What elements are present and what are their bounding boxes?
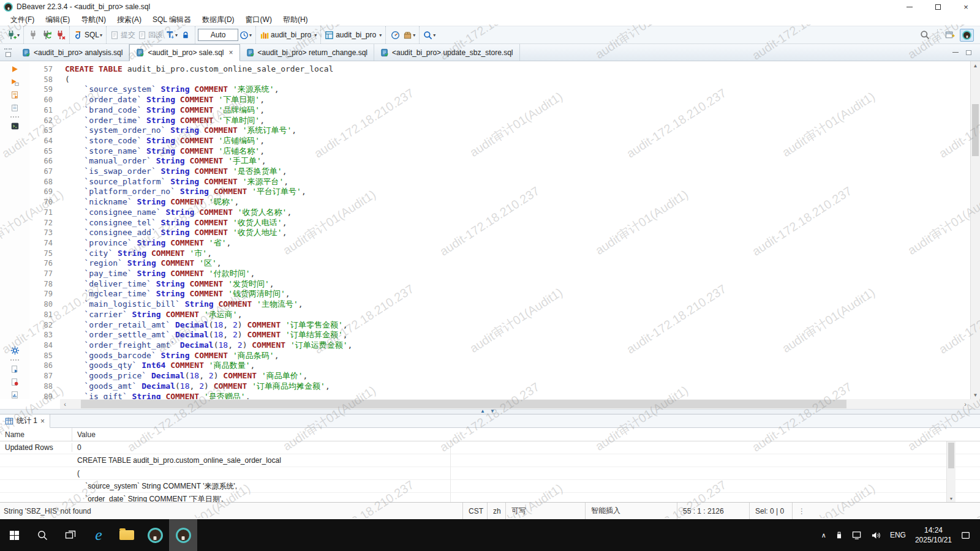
scroll-down-icon[interactable]: ▼ [971, 391, 980, 399]
editor-tab[interactable]: <audit_bi_pro> return_change.sql [240, 44, 374, 61]
menu-item[interactable]: 导航(N) [75, 15, 111, 25]
menu-item[interactable]: 编辑(E) [40, 15, 75, 25]
execute-script-icon[interactable] [10, 91, 19, 99]
lock-button[interactable] [179, 28, 192, 42]
transaction-log-button[interactable]: ▾ [238, 28, 253, 42]
editor-horizontal-scrollbar[interactable]: ‹ › [0, 399, 980, 409]
column-header-value[interactable]: Value [72, 428, 980, 441]
close-button[interactable]: × [952, 0, 980, 13]
start-button[interactable] [0, 519, 28, 551]
export-doc-icon[interactable] [10, 365, 19, 373]
menu-item[interactable]: SQL 编辑器 [147, 15, 197, 25]
explain-plan-icon[interactable] [10, 103, 19, 112]
internet-explorer-button[interactable]: e [85, 519, 113, 551]
tab-statistics[interactable]: 统计 1 × [0, 414, 50, 428]
commit-button[interactable]: 提交 [109, 28, 137, 42]
settings-gear-icon[interactable] [10, 346, 20, 355]
overflow-menu-icon[interactable]: ⋮ [792, 503, 807, 519]
new-connection-button[interactable]: ▾ [5, 28, 21, 42]
maximize-button[interactable] [924, 0, 952, 13]
line-number: 85 [29, 351, 60, 361]
editor-tab[interactable]: <audit_bi_pro> update_sbz_store.sql [374, 44, 519, 61]
table-row[interactable]: Updated Rows0 [0, 441, 980, 454]
sash-up-icon[interactable]: ▲ [480, 408, 485, 414]
sql-editor-button[interactable]: SQL ▾ [72, 28, 104, 42]
dbeaver-logo-icon [176, 528, 191, 543]
doc-record-icon[interactable] [10, 378, 19, 386]
menu-item[interactable]: 文件(F) [5, 15, 40, 25]
tab-close-icon[interactable]: × [229, 48, 233, 57]
hidden-icons-chevron[interactable]: ∧ [817, 519, 831, 551]
table-row[interactable]: `source_system` String COMMENT '来源系统', [0, 480, 980, 493]
close-connection-button[interactable] [53, 28, 67, 42]
scroll-up-icon[interactable]: ▲ [971, 61, 980, 70]
dbeaver-perspective-button[interactable] [960, 29, 974, 42]
cell-value: ( [72, 469, 980, 478]
execute-new-tab-icon[interactable] [10, 78, 19, 86]
panel-tab-close-icon[interactable]: × [40, 417, 45, 425]
code-line: `deliver_time` String COMMENT '发货时间', [65, 279, 970, 290]
scroll-left-icon[interactable]: ‹ [60, 399, 70, 409]
minimize-button[interactable] [895, 0, 924, 13]
data-search-button[interactable]: ▾ [422, 28, 437, 42]
volume-tray-icon[interactable] [867, 519, 886, 551]
action-center-icon[interactable] [957, 519, 975, 551]
insert-mode-indicator[interactable]: 智能插入 [585, 503, 677, 519]
drag-handle-icon [4, 48, 12, 50]
doc-chart-icon[interactable] [10, 391, 19, 399]
sql-editor: 5758596061626364656667686970717273747576… [0, 61, 980, 399]
maximize-editor-icon[interactable] [966, 50, 971, 55]
editor-tab[interactable]: <audit_bi_pro> sale.sql× [129, 44, 239, 61]
editor-tab[interactable]: <audit_bi_pro> analysis.sql [16, 44, 129, 61]
drag-handle-icon [10, 359, 19, 361]
tasks-button[interactable]: ▾ [402, 28, 417, 42]
minimize-editor-icon[interactable] [952, 52, 959, 53]
taskbar-search-button[interactable] [28, 519, 56, 551]
dashboard-button[interactable] [388, 28, 402, 42]
table-row[interactable]: ( [0, 467, 980, 480]
grid-scrollbar[interactable]: ▼ [946, 441, 956, 502]
column-header-name[interactable]: Name [0, 428, 72, 441]
restore-editor-icon[interactable] [6, 52, 11, 57]
menu-item[interactable]: 窗口(W) [240, 15, 277, 25]
menu-item[interactable]: 数据库(D) [197, 15, 240, 25]
task-view-button[interactable] [56, 519, 85, 551]
rollback-button[interactable]: 回滚 [137, 28, 164, 42]
dbeaver-taskbar-button-active[interactable] [169, 519, 197, 551]
transaction-mode-button[interactable]: ▾ [164, 28, 179, 42]
table-row[interactable]: `order_date` String COMMENT '下单日期', [0, 493, 980, 502]
scrollbar-thumb[interactable] [948, 443, 954, 468]
panel-sash[interactable]: ▲ ▼ [0, 409, 980, 414]
menu-item[interactable]: 搜索(A) [111, 15, 147, 25]
quick-search-button[interactable] [918, 28, 932, 42]
caret-position-indicator[interactable]: 55 : 1 : 2126 [677, 503, 749, 519]
sql-button-label: SQL [85, 31, 99, 39]
open-terminal-icon[interactable] [10, 122, 20, 130]
disconnect-button[interactable] [26, 28, 40, 42]
network-tray-icon[interactable] [848, 519, 867, 551]
scrollbar-thumb[interactable] [81, 400, 846, 408]
scrollbar-thumb[interactable] [972, 104, 979, 156]
schema-selector[interactable]: audit_bi_pro ▾ [323, 28, 383, 42]
status-bar: String 'SBZ_HIS' not found CST zh 可写 智能插… [0, 502, 980, 519]
database-bars-icon [260, 31, 269, 40]
menu-item[interactable]: 帮助(H) [277, 15, 314, 25]
commit-mode-combo[interactable]: Auto [198, 29, 238, 41]
scroll-down-icon[interactable]: ▼ [947, 495, 956, 502]
usb-tray-icon[interactable] [831, 519, 848, 551]
sash-down-icon[interactable]: ▼ [490, 408, 495, 414]
invalidate-reconnect-button[interactable] [40, 28, 53, 42]
execute-statement-icon[interactable] [10, 65, 19, 73]
file-explorer-button[interactable] [113, 519, 141, 551]
dbeaver-taskbar-button[interactable] [141, 519, 169, 551]
scroll-right-icon[interactable]: › [960, 399, 970, 409]
code-area[interactable]: CREATE TABLE audit_bi_pro.custom_online_… [60, 61, 970, 399]
dbeaver-logo-icon [962, 31, 971, 40]
code-line: `goods_price` Decimal(18, 2) COMMENT '商品… [65, 371, 970, 381]
database-selector[interactable]: audit_bi_pro ▾ [258, 28, 318, 42]
table-row[interactable]: CREATE TABLE audit_bi_pro.custom_online_… [0, 454, 980, 467]
language-indicator[interactable]: ENG [886, 519, 910, 551]
open-view-button[interactable] [943, 28, 957, 42]
taskbar-clock[interactable]: 14:24 2025/10/21 [910, 525, 957, 545]
editor-vertical-scrollbar[interactable]: ▲ ▼ [970, 61, 980, 399]
